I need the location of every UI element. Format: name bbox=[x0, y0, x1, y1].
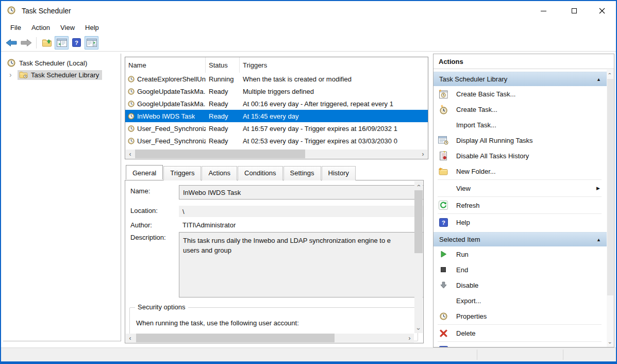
scrollbar-thumb[interactable] bbox=[414, 190, 423, 253]
task-row[interactable]: GoogleUpdateTaskMa...ReadyAt 00:16 every… bbox=[125, 97, 428, 110]
name-label: Name: bbox=[130, 187, 150, 195]
collapse-caret-icon[interactable]: ▲ bbox=[596, 237, 601, 242]
action-label: Import Task... bbox=[456, 121, 496, 129]
minimize-button[interactable] bbox=[531, 1, 555, 21]
action-run[interactable]: Run bbox=[433, 246, 607, 262]
action-label: Disable All Tasks History bbox=[456, 152, 529, 160]
scrollbar-thumb[interactable] bbox=[135, 150, 305, 158]
create-task-icon bbox=[438, 104, 448, 114]
tree-selection[interactable]: Task Scheduler Library bbox=[18, 70, 102, 80]
details-tabs: GeneralTriggersActionsConditionsSettings… bbox=[126, 166, 356, 180]
scroll-up-icon[interactable]: › bbox=[414, 181, 423, 190]
show-hide-console-tree-button[interactable] bbox=[55, 36, 69, 49]
scroll-left-icon[interactable]: ‹ bbox=[126, 334, 135, 342]
back-button[interactable] bbox=[4, 36, 18, 49]
action-import-task[interactable]: Import Task... bbox=[433, 117, 607, 133]
close-icon bbox=[599, 8, 605, 14]
action-new-folder[interactable]: New Folder... bbox=[433, 163, 607, 179]
task-row[interactable]: User_Feed_Synchroniz...ReadyAt 16:57 eve… bbox=[125, 122, 428, 135]
tab-actions[interactable]: Actions bbox=[202, 166, 237, 180]
disable-history-icon bbox=[438, 151, 448, 161]
task-name: User_Feed_Synchroniz... bbox=[137, 137, 206, 145]
scroll-up-icon[interactable]: › bbox=[606, 70, 613, 78]
action-label: Export... bbox=[456, 297, 481, 305]
tree-expander-icon[interactable]: › bbox=[9, 71, 16, 78]
action-disable[interactable]: Disable bbox=[433, 277, 607, 293]
disable-arrow-icon bbox=[438, 280, 448, 290]
task-row[interactable]: GoogleUpdateTaskMa...ReadyMultiple trigg… bbox=[125, 85, 428, 97]
task-row[interactable]: InWebo IWDS TaskReadyAt 15:45 every day bbox=[125, 110, 428, 122]
task-row[interactable]: User_Feed_Synchroniz...ReadyAt 02:53 eve… bbox=[125, 135, 428, 147]
task-clock-icon bbox=[128, 76, 135, 82]
details-horizontal-scrollbar[interactable]: ‹ › bbox=[126, 334, 414, 342]
action-properties[interactable]: Properties bbox=[433, 308, 607, 324]
scroll-right-icon[interactable]: › bbox=[419, 150, 427, 158]
action-separator bbox=[438, 213, 602, 214]
action-display-all-running-tasks[interactable]: Display All Running Tasks bbox=[433, 133, 607, 148]
task-list-horizontal-scrollbar[interactable]: ‹ › bbox=[126, 150, 427, 158]
back-arrow-icon bbox=[6, 39, 17, 47]
menu-file[interactable]: File bbox=[5, 22, 26, 33]
action-refresh[interactable]: Refresh bbox=[433, 197, 607, 213]
tab-triggers[interactable]: Triggers bbox=[163, 166, 201, 180]
scroll-down-icon[interactable]: › bbox=[606, 339, 613, 347]
action-delete[interactable]: Delete bbox=[433, 325, 607, 341]
tab-general[interactable]: General bbox=[126, 165, 163, 179]
maximize-button[interactable] bbox=[562, 1, 586, 21]
actions-pane-body: Task Scheduler Library▲Create Basic Task… bbox=[433, 70, 607, 347]
tree-item-task-scheduler-library[interactable]: › Task Scheduler Library bbox=[3, 69, 121, 80]
action-label: Delete bbox=[456, 329, 476, 337]
action-separator bbox=[438, 196, 602, 197]
up-one-level-button[interactable] bbox=[40, 36, 54, 49]
actions-section-header[interactable]: Task Scheduler Library▲ bbox=[433, 72, 607, 86]
action-export[interactable]: Export... bbox=[433, 293, 607, 308]
forward-button[interactable] bbox=[19, 36, 33, 49]
author-value: TITI\Administrator bbox=[182, 221, 236, 229]
show-hide-action-pane-button[interactable] bbox=[85, 36, 98, 49]
collapse-caret-icon[interactable]: ▲ bbox=[596, 77, 601, 82]
column-header-name[interactable]: Name bbox=[125, 57, 206, 73]
new-folder-icon bbox=[438, 166, 448, 176]
general-tab-pane: Name: InWebo IWDS Task Location: \ Autho… bbox=[125, 180, 424, 343]
action-help[interactable]: ?Help bbox=[433, 214, 607, 230]
console-tree-panel: Task Scheduler (Local) › Task Scheduler … bbox=[3, 54, 121, 341]
action-label: Create Task... bbox=[456, 106, 497, 113]
description-field: This task runs daily the Inwebo and LDAP… bbox=[179, 232, 424, 297]
scroll-down-icon[interactable]: › bbox=[414, 324, 423, 333]
scrollbar-thumb[interactable] bbox=[607, 79, 613, 295]
action-help[interactable]: ?Help bbox=[433, 342, 607, 347]
tab-settings[interactable]: Settings bbox=[284, 166, 321, 180]
scroll-left-icon[interactable]: ‹ bbox=[126, 150, 135, 158]
actions-vertical-scrollbar[interactable]: › › bbox=[607, 70, 614, 347]
section-header-label: Task Scheduler Library bbox=[439, 75, 507, 83]
menu-action[interactable]: Action bbox=[26, 22, 55, 33]
tab-conditions[interactable]: Conditions bbox=[238, 166, 282, 180]
action-create-task[interactable]: Create Task... bbox=[433, 102, 607, 117]
action-create-basic-task[interactable]: Create Basic Task... bbox=[433, 86, 607, 102]
action-label: Display All Running Tasks bbox=[456, 137, 533, 144]
task-row[interactable]: CreateExplorerShellUn...RunningWhen the … bbox=[125, 73, 428, 85]
close-button[interactable] bbox=[590, 1, 614, 21]
action-view[interactable]: View▶ bbox=[433, 180, 607, 196]
action-end[interactable]: End bbox=[433, 262, 607, 277]
actions-section-header[interactable]: Selected Item▲ bbox=[433, 232, 607, 246]
details-vertical-scrollbar[interactable]: › › bbox=[414, 181, 423, 333]
help-button[interactable]: ? bbox=[70, 36, 84, 49]
menu-help[interactable]: Help bbox=[80, 22, 104, 33]
scroll-right-icon[interactable]: › bbox=[405, 334, 414, 342]
scrollbar-thumb[interactable] bbox=[136, 334, 335, 342]
menu-view[interactable]: View bbox=[55, 22, 80, 33]
column-header-triggers[interactable]: Triggers bbox=[240, 57, 428, 73]
task-name: InWebo IWDS Task bbox=[137, 112, 195, 120]
tree-item-task-scheduler-local[interactable]: Task Scheduler (Local) bbox=[3, 57, 121, 69]
properties-clock-icon bbox=[438, 311, 448, 321]
tab-history[interactable]: History bbox=[322, 166, 356, 180]
refresh-icon bbox=[438, 200, 448, 210]
menu-bar: File Action View Help bbox=[1, 21, 616, 34]
column-header-status[interactable]: Status bbox=[206, 57, 240, 73]
task-scheduler-window: Task Scheduler File Action View Help ? T… bbox=[0, 0, 617, 364]
action-disable-all-tasks-history[interactable]: Disable All Tasks History bbox=[433, 148, 607, 163]
task-name: GoogleUpdateTaskMa... bbox=[137, 88, 206, 95]
submenu-arrow-icon: ▶ bbox=[596, 186, 600, 191]
status-bar bbox=[1, 348, 616, 361]
